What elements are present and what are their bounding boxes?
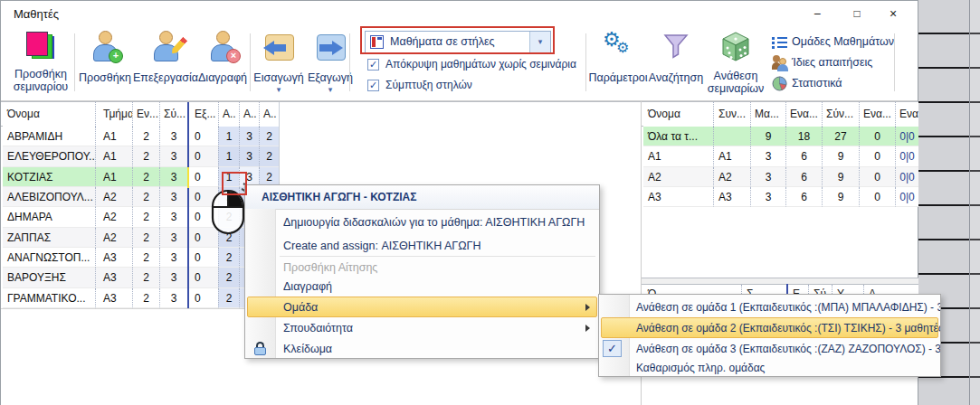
student-cell-sy[interactable]: 3	[159, 288, 187, 308]
student-cell-ex[interactable]: 0	[189, 146, 218, 166]
class-cell-ma[interactable]: 9	[750, 127, 785, 146]
class-cell-ena2[interactable]: 0	[859, 127, 895, 146]
student-cell-a2[interactable]: 3	[239, 127, 259, 146]
hide-courses-checkbox-row[interactable]: ✓ Απόκρυψη μαθημάτων χωρίς σεμινάρια	[367, 58, 585, 72]
close-button[interactable]: ×	[875, 1, 911, 27]
add-seminar-button[interactable]: Προσθήκη σεμιναρίου	[8, 28, 73, 99]
class-cell-syn[interactable]: Α2	[713, 167, 750, 187]
student-cell-a1[interactable]: 1	[218, 127, 239, 146]
menu-item-create-lessons[interactable]: Δημιουργία διδασκαλιών για το μάθημα: ΑΙ…	[245, 212, 599, 233]
student-cell-name[interactable]: ΓΡΑΜΜΑΤΙΚΟ...	[3, 288, 95, 308]
menu-item-group[interactable]: Ομάδα	[245, 297, 599, 317]
class-cell-ena3[interactable]: 0|0	[895, 167, 918, 187]
minimize-button[interactable]: −	[801, 1, 833, 27]
class-cell-ena1[interactable]: 6	[785, 167, 822, 187]
class-cell-name[interactable]: Α3	[643, 187, 713, 207]
student-cell-sy[interactable]: 3	[159, 207, 187, 227]
combobox-dropdown-button[interactable]: ▾	[529, 32, 550, 52]
statistics-button[interactable]: Στατιστικά	[772, 74, 908, 94]
student-cell-en[interactable]: 2	[132, 167, 159, 187]
student-cell-ex[interactable]: 0	[189, 268, 218, 287]
student-cell-class[interactable]: Α1	[95, 146, 132, 166]
delete-student-button[interactable]: × Διαγραφή	[196, 28, 249, 99]
student-cell-name[interactable]: ΒΑΡΟΥΞΗΣ	[3, 268, 95, 287]
student-cell-name[interactable]: ΚΟΤΖΙΑΣ	[3, 167, 95, 187]
class-cell-ena1[interactable]: 6	[785, 187, 822, 207]
class-row[interactable]: Όλα τα τ...9182700|0	[643, 127, 918, 146]
student-cell-en[interactable]: 2	[132, 187, 159, 207]
student-cell-class[interactable]: Α3	[95, 248, 132, 268]
students-column-header[interactable]: Α..	[239, 102, 259, 127]
class-cell-syn[interactable]: Α3	[713, 187, 750, 207]
student-cell-en[interactable]: 2	[132, 248, 159, 268]
students-column-header[interactable]: Α..	[259, 102, 279, 127]
class-cell-name[interactable]: Όλα τα τ...	[643, 127, 713, 146]
course-groups-button[interactable]: Ομάδες Μαθημάτων	[772, 33, 908, 52]
class-cell-ena2[interactable]: 0	[859, 167, 895, 187]
class-row[interactable]: Α2Α236900|0	[643, 167, 918, 187]
student-row[interactable]: ΑΝΑΓΝΩΣΤΟΠ...Α32302	[1, 248, 279, 268]
student-cell-class[interactable]: Α2	[95, 207, 132, 227]
students-column-header[interactable]: Εν...	[132, 102, 159, 127]
class-cell-ma[interactable]: 3	[750, 187, 785, 207]
student-row[interactable]: ΕΛΕΥΘΕΡΟΠΟΥ...Α1230132	[1, 146, 279, 166]
edit-student-button[interactable]: Επεξεργασία	[136, 28, 195, 99]
classes-column-header[interactable]: Ενα...	[859, 102, 895, 127]
class-cell-syn2[interactable]: 27	[822, 127, 859, 146]
students-column-header[interactable]: Όνομα	[3, 102, 95, 127]
students-column-header[interactable]: Εξ...	[189, 102, 218, 127]
submenu-item-clear-group-info[interactable]: Καθαρισμός πληρ. ομάδας	[599, 359, 940, 377]
student-cell-sy[interactable]: 3	[159, 248, 187, 268]
class-cell-ena3[interactable]: 0|0	[895, 187, 918, 207]
student-cell-a1[interactable]: 2	[218, 248, 239, 268]
student-cell-class[interactable]: Α2	[95, 187, 132, 207]
classes-column-header[interactable]: Σύν...	[822, 102, 859, 127]
student-cell-sy[interactable]: 3	[159, 187, 187, 207]
student-cell-sy[interactable]: 3	[159, 228, 187, 248]
maximize-button[interactable]: □	[841, 1, 873, 27]
students-column-header[interactable]: Σύ...	[159, 102, 187, 127]
student-cell-sy[interactable]: 3	[159, 167, 187, 187]
collapse-columns-checkbox[interactable]: ✓	[367, 80, 379, 91]
student-cell-en[interactable]: 2	[132, 288, 159, 308]
add-student-button[interactable]: + Προσθήκη	[78, 28, 132, 99]
student-cell-class[interactable]: Α3	[95, 288, 132, 308]
submenu-item-assign-group-2[interactable]: Ανάθεση σε ομάδα 2 (Εκπαιδευτικός :(ΤΣΙ)…	[599, 317, 940, 338]
student-cell-en[interactable]: 2	[132, 127, 159, 146]
student-cell-ex[interactable]: 0	[189, 127, 218, 146]
class-cell-name[interactable]: Α1	[643, 146, 713, 166]
class-cell-syn[interactable]: Α1	[713, 146, 750, 166]
class-cell-ena1[interactable]: 18	[785, 127, 822, 146]
export-dropdown-caret[interactable]: ▾	[306, 85, 355, 94]
student-cell-en[interactable]: 2	[132, 268, 159, 287]
import-dropdown-caret[interactable]: ▾	[253, 85, 304, 94]
student-row[interactable]: ΑΒΡΑΜΙΔΗΑ1230132	[1, 127, 279, 146]
student-row[interactable]: ΓΡΑΜΜΑΤΙΚΟ...Α32302	[1, 288, 279, 308]
student-cell-en[interactable]: 2	[132, 207, 159, 227]
classes-column-header[interactable]: Όνομα	[643, 102, 713, 127]
classes-column-header[interactable]: Μα...	[750, 102, 785, 127]
collapse-columns-checkbox-row[interactable]: ✓ Σύμπτυξη στηλών	[367, 79, 585, 93]
class-cell-ena3[interactable]: 0|0	[895, 127, 918, 146]
students-column-header[interactable]: Τμήμα	[95, 102, 132, 127]
student-cell-name[interactable]: ΖΑΠΠΑΣ	[3, 228, 95, 248]
student-row[interactable]: ΒΑΡΟΥΞΗΣΑ32302	[1, 268, 279, 287]
student-cell-ex[interactable]: 0	[189, 248, 218, 268]
student-cell-name[interactable]: ΑΛΕΒΙΖΟΠΟΥΛ...	[3, 187, 95, 207]
menu-item-importance[interactable]: Σπουδαιότητα	[245, 317, 599, 338]
class-cell-ena1[interactable]: 6	[785, 146, 822, 166]
view-mode-combobox[interactable]: Μαθήματα σε στήλες ▾	[365, 31, 551, 53]
students-column-header[interactable]: Α..	[218, 102, 239, 127]
student-cell-name[interactable]: ΕΛΕΥΘΕΡΟΠΟΥ...	[3, 146, 95, 166]
class-cell-ena2[interactable]: 0	[859, 146, 895, 166]
student-cell-a1[interactable]: 2	[218, 288, 239, 308]
class-cell-syn2[interactable]: 9	[822, 167, 859, 187]
student-cell-a1[interactable]: 2	[218, 268, 239, 287]
classes-column-header[interactable]: Ενα...	[785, 102, 822, 127]
class-cell-ma[interactable]: 3	[750, 146, 785, 166]
student-cell-a3[interactable]: 2	[259, 146, 279, 166]
submenu-item-assign-group-3[interactable]: Ανάθεση σε ομάδα 3 (Εκπαιδευτικός :(ΖΑΖ)…	[599, 338, 940, 359]
class-row[interactable]: Α3Α336900|0	[643, 187, 918, 207]
hide-courses-checkbox[interactable]: ✓	[367, 59, 379, 71]
export-button[interactable]: Εξαγωγή ▾	[306, 28, 355, 99]
